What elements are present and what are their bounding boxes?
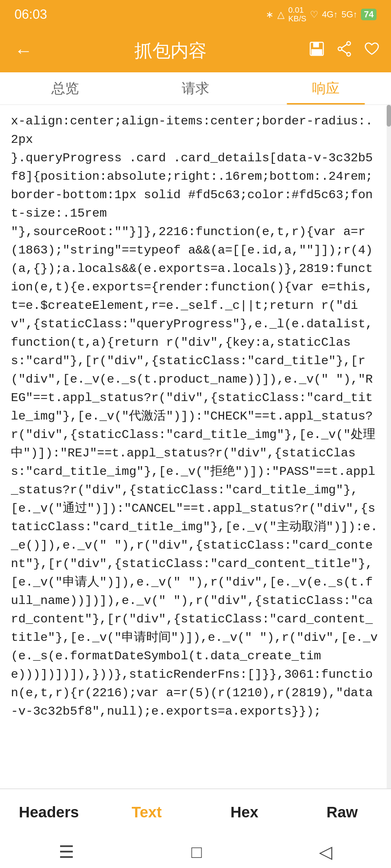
header-actions [308,41,380,61]
battery-indicator: 74 [361,9,377,20]
svg-point-3 [347,42,350,45]
network-speed: 0.01KB/S [288,6,306,23]
home-button[interactable]: □ [191,842,202,862]
back-button[interactable]: ← [11,37,36,65]
bottom-tab-headers[interactable]: Headers [0,804,98,821]
svg-rect-2 [311,49,322,55]
tab-response[interactable]: 响应 [261,72,391,105]
bluetooth-icon: ∗ [266,9,274,20]
status-bar: 06:03 ∗ △ 0.01KB/S ♡ 4G↑ 5G↑ 74 [0,0,391,29]
tab-bar: 总览 请求 响应 [0,72,391,105]
svg-rect-1 [313,42,319,47]
heart-icon: ♡ [310,9,318,20]
bottom-tab-raw[interactable]: Raw [293,804,391,821]
favorite-button[interactable] [363,41,380,61]
bottom-tab-bar: Headers Text Hex Raw [0,788,391,835]
signal-4g-icon: 4G↑ [322,9,338,20]
bottom-tab-text[interactable]: Text [98,804,196,821]
scrollbar-track[interactable] [387,105,391,788]
warning-icon: △ [277,9,285,20]
tab-request[interactable]: 请求 [130,72,261,105]
nav-bar: ☰ □ ◁ [0,835,391,868]
scrollbar-thumb[interactable] [387,105,391,127]
svg-point-5 [338,47,342,51]
status-time: 06:03 [14,7,47,22]
share-button[interactable] [336,41,353,61]
tab-overview[interactable]: 总览 [0,72,130,105]
menu-button[interactable]: ☰ [59,842,74,862]
code-text: x-align:center;align-items:center;border… [11,112,380,721]
status-icons: ∗ △ 0.01KB/S ♡ 4G↑ 5G↑ 74 [266,6,377,23]
back-nav-button[interactable]: ◁ [319,842,332,862]
app-header: ← 抓包内容 [0,29,391,72]
signal-5g-icon: 5G↑ [341,9,357,20]
svg-line-6 [341,44,347,48]
save-button[interactable] [308,41,325,61]
page-title: 抓包内容 [43,39,298,63]
svg-point-4 [347,52,350,56]
response-content: x-align:center;align-items:center;border… [0,105,391,788]
bottom-tab-hex[interactable]: Hex [196,804,293,821]
svg-line-7 [341,50,347,54]
